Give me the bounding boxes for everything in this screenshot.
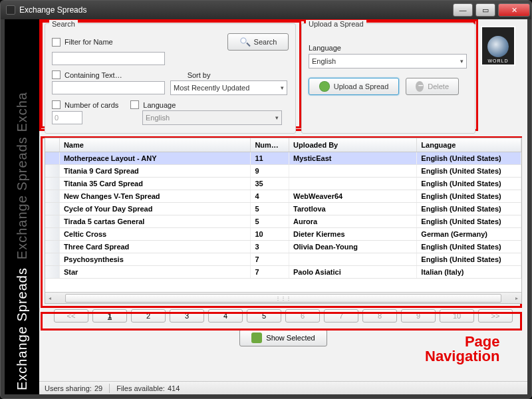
col-name[interactable]: Name [60, 138, 251, 152]
titlebar[interactable]: Exchange Spreads — ▭ ✕ [1, 1, 531, 19]
page-button[interactable]: 3 [170, 309, 204, 323]
page-button[interactable]: 7 [324, 309, 358, 323]
page-button[interactable]: 6 [285, 309, 320, 323]
maximize-button[interactable]: ▭ [475, 3, 495, 17]
world-card-image: WORLD [481, 26, 515, 66]
app-icon [6, 5, 15, 15]
delete-button[interactable]: Delete [406, 78, 459, 95]
search-lang-checkbox[interactable] [130, 100, 139, 109]
page-button[interactable]: 1 [92, 309, 127, 323]
table-row[interactable]: Cycle of Your Day Spread5TarotlovaEnglis… [45, 203, 521, 215]
search-lang-label: Language [143, 101, 176, 109]
rail-ghost-text: Exchange Spreads Excha [15, 88, 30, 263]
table-row[interactable]: Titania 9 Card Spread9English (United St… [45, 165, 521, 178]
containing-label: Containing Text… [65, 71, 122, 79]
col-lang[interactable]: Language [417, 138, 521, 152]
table-row[interactable]: Three Card Spread3Olivia Dean-YoungEngli… [45, 241, 521, 253]
upload-spread-button[interactable]: Upload a Spread [309, 78, 399, 95]
upload-group: Upload a Spread Language English▾ Upload… [301, 23, 475, 134]
containing-input[interactable] [52, 81, 165, 94]
containing-checkbox[interactable] [52, 70, 61, 79]
page-button[interactable]: 9 [401, 309, 436, 323]
sortby-dropdown[interactable]: Most Recently Updated▾ [170, 80, 287, 95]
left-rail: Exchange Spreads Excha Exchange Spreads [5, 19, 39, 394]
numcards-spinner[interactable]: 0 [52, 111, 82, 124]
chevron-down-icon: ▾ [281, 84, 284, 91]
table-row[interactable]: New Changes V-Ten Spread4WebWeaver64Engl… [45, 190, 521, 203]
sortby-label: Sort by [188, 71, 211, 79]
show-selected-button[interactable]: Show Selected [239, 329, 327, 346]
search-group: Search Filter for Name Search [45, 23, 296, 134]
upload-legend: Upload a Spread [306, 20, 366, 28]
search-lang-dropdown[interactable]: English▾ [142, 110, 282, 125]
globe-icon [487, 36, 509, 57]
search-icon [239, 37, 250, 47]
chevron-down-icon: ▾ [460, 58, 464, 65]
status-bar: Users sharing: 29 Files available: 414 [39, 381, 527, 394]
minimize-button[interactable]: — [453, 3, 473, 17]
table-row[interactable]: Titania 35 Card Spread35English (United … [45, 178, 521, 190]
rail-text: Exchange Spreads [15, 263, 30, 394]
page-button[interactable]: 2 [131, 309, 166, 323]
delete-icon [416, 81, 424, 92]
status-users-value: 29 [94, 384, 102, 392]
grid-header: Name Num… Uploaded By Language [45, 138, 521, 152]
numcards-checkbox[interactable] [52, 100, 61, 109]
col-by[interactable]: Uploaded By [289, 138, 417, 152]
table-row[interactable]: Psychosynthesis7English (United States) [45, 253, 521, 266]
table-row[interactable]: Tirada 5 cartas General5AuroraEnglish (U… [45, 215, 521, 228]
table-row[interactable]: Star7Paolo AsiaticiItalian (Italy) [45, 266, 521, 279]
search-legend: Search [49, 20, 78, 28]
status-users-label: Users sharing: [45, 384, 92, 392]
page-button[interactable]: << [54, 309, 88, 323]
show-icon [251, 332, 262, 343]
page-button[interactable]: 8 [362, 309, 397, 323]
filter-name-label: Filter for Name [65, 38, 113, 46]
page-button[interactable]: 5 [247, 309, 281, 323]
upload-lang-label: Language [309, 44, 468, 52]
page-button[interactable]: 4 [208, 309, 243, 323]
table-row[interactable]: Celtic Cross10Dieter KiermesGerman (Germ… [45, 228, 521, 241]
pagination: <<12345678910>> [45, 309, 522, 323]
filter-name-checkbox[interactable] [52, 38, 61, 47]
col-num[interactable]: Num… [251, 138, 289, 152]
upload-lang-dropdown[interactable]: English▾ [309, 54, 467, 68]
globe-icon [319, 81, 330, 92]
status-files-value: 414 [168, 384, 180, 392]
page-button[interactable]: >> [478, 309, 513, 323]
table-row[interactable]: Motherpeace Layout - ANY11MysticEastEngl… [45, 152, 521, 165]
status-files-label: Files available: [116, 384, 165, 392]
page-button[interactable]: 10 [440, 309, 474, 323]
numcards-label: Number of cards [65, 101, 118, 109]
filter-name-input[interactable] [52, 52, 165, 65]
spread-grid: Name Num… Uploaded By Language Motherpea… [45, 138, 522, 304]
search-button[interactable]: Search [227, 33, 289, 51]
horizontal-scrollbar[interactable]: ◂⋮⋮⋮▸ [45, 292, 521, 303]
close-button[interactable]: ✕ [498, 3, 530, 17]
window-title: Exchange Spreads [19, 5, 86, 15]
chevron-down-icon: ▾ [275, 114, 279, 121]
